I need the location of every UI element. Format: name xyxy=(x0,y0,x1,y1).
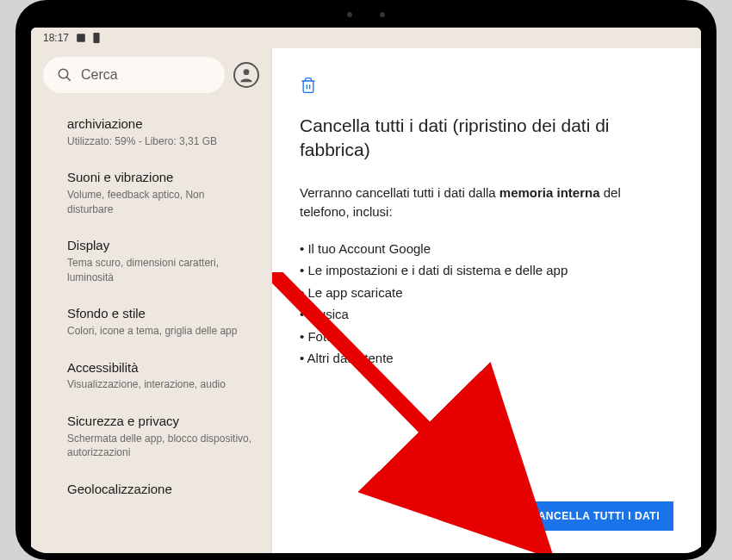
search-placeholder: Cerca xyxy=(81,67,118,83)
camera-notch xyxy=(347,12,385,17)
tablet-frame: 18:17 Cerca xyxy=(16,0,716,560)
sidebar-item-title: Sicurezza e privacy xyxy=(67,413,252,430)
sidebar-item-title: archiviazione xyxy=(67,115,252,133)
sidebar-item-accessibility[interactable]: Accessibilità Visualizzazione, interazio… xyxy=(31,349,271,402)
svg-point-4 xyxy=(244,69,250,75)
list-item: Le impostazioni e i dati di sistema e de… xyxy=(300,259,673,282)
sidebar-item-sub: Volume, feedback aptico, Non disturbare xyxy=(67,188,252,217)
list-item: Il tuo Account Google xyxy=(300,238,673,260)
page-title: Cancella tutti i dati (ripristino dei da… xyxy=(300,114,673,163)
list-item: Altri dati utente xyxy=(300,347,673,370)
sidebar-item-sub: Tema scuro, dimensioni caratteri, lumino… xyxy=(67,256,252,285)
sidebar-item-security[interactable]: Sicurezza e privacy Schermata delle app,… xyxy=(31,402,271,470)
sidebar-item-title: Accessibilità xyxy=(67,359,252,376)
main-panel: Cancella tutti i dati (ripristino dei da… xyxy=(272,48,701,553)
factory-reset-description: Verranno cancellati tutti i dati dalla m… xyxy=(300,184,673,222)
svg-point-2 xyxy=(59,69,68,78)
desc-bold: memoria interna xyxy=(499,185,600,200)
trash-icon xyxy=(300,76,673,98)
erase-all-data-button[interactable]: CANCELLA TUTTI I DATI xyxy=(517,501,673,531)
status-card-icon xyxy=(91,33,102,43)
search-input[interactable]: Cerca xyxy=(43,57,225,93)
sidebar-item-title: Display xyxy=(67,237,252,254)
desc-pre: Verranno cancellati tutti i dati dalla xyxy=(300,185,499,200)
list-item: Foto xyxy=(300,326,673,348)
sidebar-item-display[interactable]: Display Tema scuro, dimensioni caratteri… xyxy=(31,227,271,295)
erase-list: Il tuo Account Google Le impostazioni e … xyxy=(300,238,673,370)
content-split: Cerca archiviazione Utilizzato: 59% - Li… xyxy=(31,48,701,553)
action-row: CANCELLA TUTTI I DATI xyxy=(300,501,673,536)
list-item: Le app scaricate xyxy=(300,282,673,304)
svg-rect-0 xyxy=(77,34,85,42)
sidebar-item-sub: Visualizzazione, interazione, audio xyxy=(67,377,252,392)
screen: 18:17 Cerca xyxy=(31,28,701,553)
status-bar: 18:17 xyxy=(31,28,701,48)
profile-button[interactable] xyxy=(233,62,259,88)
svg-line-3 xyxy=(66,77,71,81)
sidebar-list[interactable]: archiviazione Utilizzato: 59% - Libero: … xyxy=(31,105,271,553)
status-square-icon xyxy=(76,33,86,43)
sidebar-item-wallpaper[interactable]: Sfondo e stile Colori, icone a tema, gri… xyxy=(31,295,271,348)
sidebar-item-title: Geolocalizzazione xyxy=(67,481,252,498)
status-icons xyxy=(76,33,102,43)
person-icon xyxy=(238,66,255,84)
svg-rect-1 xyxy=(93,33,99,43)
sidebar-item-title: Sfondo e stile xyxy=(67,305,252,322)
sidebar-item-location[interactable]: Geolocalizzazione xyxy=(31,470,271,510)
sidebar-item-sub: Utilizzato: 59% - Libero: 3,31 GB xyxy=(67,134,252,149)
sidebar-item-sound[interactable]: Suoni e vibrazione Volume, feedback apti… xyxy=(31,159,271,227)
settings-sidebar: Cerca archiviazione Utilizzato: 59% - Li… xyxy=(31,48,272,553)
sidebar-item-title: Suoni e vibrazione xyxy=(67,169,252,186)
search-icon xyxy=(57,67,72,83)
sidebar-item-sub: Schermata delle app, blocco dispositivo,… xyxy=(67,432,252,461)
tablet-bezel: 18:17 Cerca xyxy=(22,7,710,553)
status-time: 18:17 xyxy=(43,32,69,44)
sidebar-item-sub: Colori, icone a tema, griglia delle app xyxy=(67,324,252,339)
sidebar-item-storage[interactable]: archiviazione Utilizzato: 59% - Libero: … xyxy=(31,105,271,159)
search-row: Cerca xyxy=(31,48,271,105)
list-item: Musica xyxy=(300,303,673,326)
